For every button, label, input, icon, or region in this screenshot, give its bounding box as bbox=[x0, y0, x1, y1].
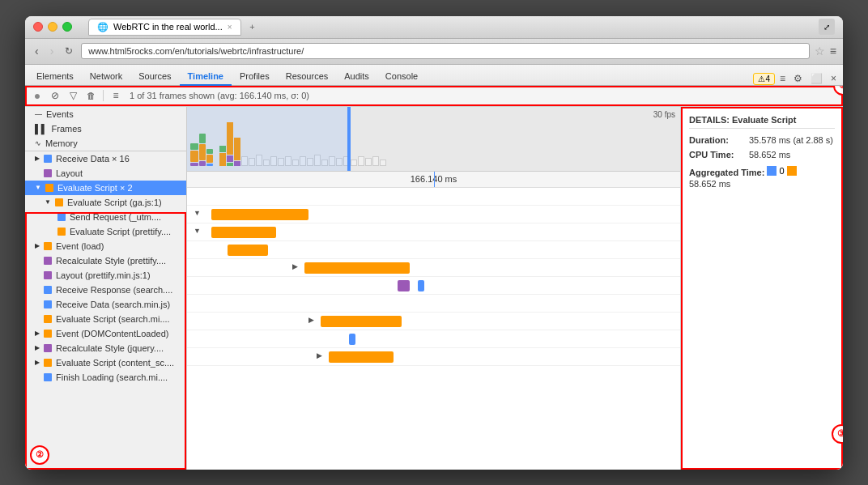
aggregated-label: Aggregated Time: bbox=[689, 168, 764, 177]
bookmark-icon[interactable]: ☆ bbox=[815, 45, 825, 57]
aggregated-swatches: 0 bbox=[767, 166, 796, 176]
events-icon: — bbox=[35, 110, 42, 118]
bar-r16 bbox=[351, 160, 357, 166]
tab-close-button[interactable]: × bbox=[228, 23, 232, 32]
eval-search-label: Evaluate Script (search.mi.... bbox=[56, 314, 170, 324]
dock-button[interactable]: ⬜ bbox=[807, 73, 826, 84]
layout-icon bbox=[44, 169, 52, 177]
aggregated-total: 58.652 ms bbox=[689, 179, 797, 189]
eval-search-icon bbox=[44, 315, 52, 323]
settings-button[interactable]: ⚙ bbox=[790, 73, 806, 84]
memory-icon: ∿ bbox=[35, 139, 41, 147]
tab-timeline[interactable]: Timeline bbox=[180, 68, 232, 86]
sidebar-item-send-request[interactable]: Send Request (_utm.... bbox=[25, 210, 186, 224]
sidebar-item-frames[interactable]: ▌▌ Frames bbox=[25, 121, 186, 136]
address-bar: ‹ › ↻ www.html5rocks.com/en/tutorials/we… bbox=[25, 39, 843, 65]
close-button[interactable] bbox=[33, 22, 43, 32]
tab-console[interactable]: Console bbox=[377, 68, 426, 86]
sidebar-item-finish-loading[interactable]: ▶ Finish Loading (search.mi.... bbox=[25, 370, 186, 385]
devtools-body: ● ⊘ ▽ 🗑 ≡ 1 of 31 frames shown (avg: 166… bbox=[25, 86, 843, 470]
sidebar-item-events[interactable]: — Events bbox=[25, 107, 186, 121]
expand-arrow-down-ga: ▼ bbox=[45, 198, 51, 206]
track-arrow-5: ▶ bbox=[317, 351, 322, 359]
sidebar-item-evaluate-ga[interactable]: ▼ Evaluate Script (ga.js:1) bbox=[25, 195, 186, 210]
blue-bar-1 bbox=[418, 280, 424, 291]
filter-button[interactable]: ▽ bbox=[66, 88, 80, 103]
sidebar-item-layout[interactable]: ▶ Layout bbox=[25, 166, 186, 181]
aggregated-value: 0 bbox=[779, 166, 784, 176]
back-button[interactable]: ‹ bbox=[32, 43, 42, 59]
new-tab-button[interactable]: + bbox=[245, 19, 261, 35]
send-bar bbox=[228, 245, 268, 256]
expand-arrow-dom: ▶ bbox=[35, 330, 40, 337]
delete-button[interactable]: 🗑 bbox=[83, 88, 98, 103]
eval-bar-1 bbox=[211, 209, 308, 220]
expand-arrow-jquery: ▶ bbox=[35, 344, 40, 351]
sidebar-item-receive-data[interactable]: ▶ Receive Data × 16 bbox=[25, 151, 186, 166]
sidebar-item-recalc-jquery[interactable]: ▶ Recalculate Style (jquery.... bbox=[25, 341, 186, 355]
track-arrow-4: ▶ bbox=[308, 316, 314, 324]
menu-icon[interactable]: ≡ bbox=[830, 45, 836, 57]
eval-bar-2 bbox=[211, 227, 276, 238]
track-row-5: ▶ bbox=[187, 259, 680, 277]
track-row-6 bbox=[187, 277, 680, 295]
bar-r17 bbox=[358, 156, 364, 166]
eval-prettify-icon bbox=[57, 228, 66, 236]
sidebar-item-event-load[interactable]: ▶ Event (load) bbox=[25, 239, 186, 253]
forward-button[interactable]: › bbox=[47, 43, 57, 59]
duration-label: Duration: bbox=[689, 135, 746, 145]
bar-r18 bbox=[365, 158, 372, 166]
aggregated-row: Aggregated Time: 0 58.652 ms bbox=[689, 164, 797, 189]
record-button[interactable]: ● bbox=[30, 88, 45, 103]
send-request-label: Send Request (_utm.... bbox=[70, 212, 161, 222]
frames-icon: ▌▌ bbox=[35, 124, 48, 134]
swatch-orange bbox=[787, 166, 797, 176]
close-devtools-button[interactable]: × bbox=[828, 73, 840, 84]
event-load-label: Event (load) bbox=[56, 241, 104, 251]
maximize-button[interactable] bbox=[62, 22, 72, 32]
sidebar-item-evaluate-search[interactable]: ▶ Evaluate Script (search.mi.... bbox=[25, 312, 186, 326]
frames-view-button[interactable]: ≡ bbox=[108, 88, 123, 103]
cpu-label: CPU Time: bbox=[689, 150, 746, 160]
sidebar-item-recalc-style[interactable]: ▶ Recalculate Style (prettify.... bbox=[25, 253, 186, 268]
sidebar-item-memory[interactable]: ∿ Memory bbox=[25, 136, 186, 151]
swatch-blue bbox=[767, 166, 777, 176]
sidebar: — Events ▌▌ Frames ∿ Memory ▶ bbox=[25, 107, 187, 470]
recalc-jquery-label: Recalculate Style (jquery.... bbox=[56, 343, 164, 353]
warnings-badge[interactable]: ⚠4 bbox=[753, 73, 775, 85]
tab-profiles[interactable]: Profiles bbox=[232, 68, 278, 86]
clear-button[interactable]: ⊘ bbox=[48, 88, 62, 103]
receive-data-label: Receive Data × 16 bbox=[56, 154, 130, 164]
sidebar-item-evaluate-content[interactable]: ▶ Evaluate Script (content_sc.... bbox=[25, 355, 186, 370]
duration-value: 35.578 ms (at 2.88 s) bbox=[749, 135, 833, 145]
events-label: Events bbox=[46, 109, 74, 119]
recalc-icon bbox=[44, 257, 52, 265]
annotation-circle-1-top: ① bbox=[833, 86, 843, 96]
title-bar: 🌐 WebRTC in the real world... × + ⤢ bbox=[25, 16, 843, 39]
sidebar-item-receive-data-search[interactable]: ▶ Receive Data (search.min.js) bbox=[25, 297, 186, 312]
event-dom-label: Event (DOMContentLoaded) bbox=[56, 329, 168, 338]
url-input[interactable]: www.html5rocks.com/en/tutorials/webrtc/i… bbox=[81, 43, 809, 59]
execute-scripts-button[interactable]: ≡ bbox=[777, 73, 789, 84]
tab-elements[interactable]: Elements bbox=[28, 68, 82, 86]
purple-bar-1 bbox=[398, 280, 410, 291]
sidebar-item-event-dom[interactable]: ▶ Event (DOMContentLoaded) bbox=[25, 326, 186, 341]
reload-button[interactable]: ↻ bbox=[62, 44, 76, 58]
timeline-overview: 30 fps bbox=[187, 107, 680, 172]
track-row-2: ▼ bbox=[187, 206, 680, 223]
sidebar-item-evaluate-prettify[interactable]: Evaluate Script (prettify.... bbox=[25, 224, 186, 239]
tab-network[interactable]: Network bbox=[82, 68, 130, 86]
tab-sources[interactable]: Sources bbox=[130, 68, 179, 86]
content-bar bbox=[329, 351, 394, 363]
tab-audits[interactable]: Audits bbox=[336, 68, 377, 86]
fullscreen-button[interactable]: ⤢ bbox=[819, 19, 835, 35]
layout-prettify-label: Layout (prettify.min.js:1) bbox=[56, 270, 151, 280]
devtools-actions: ⚠4 ≡ ⚙ ⬜ × bbox=[753, 73, 840, 85]
send-request-icon bbox=[57, 213, 66, 221]
sidebar-item-evaluate-script[interactable]: ▼ Evaluate Script × 2 bbox=[25, 181, 186, 195]
minimize-button[interactable] bbox=[48, 22, 57, 32]
tab-resources[interactable]: Resources bbox=[278, 68, 337, 86]
sidebar-item-receive-response[interactable]: ▶ Receive Response (search.... bbox=[25, 283, 186, 297]
browser-tab[interactable]: 🌐 WebRTC in the real world... × bbox=[88, 19, 241, 36]
sidebar-item-layout-prettify[interactable]: ▶ Layout (prettify.min.js:1) bbox=[25, 268, 186, 283]
